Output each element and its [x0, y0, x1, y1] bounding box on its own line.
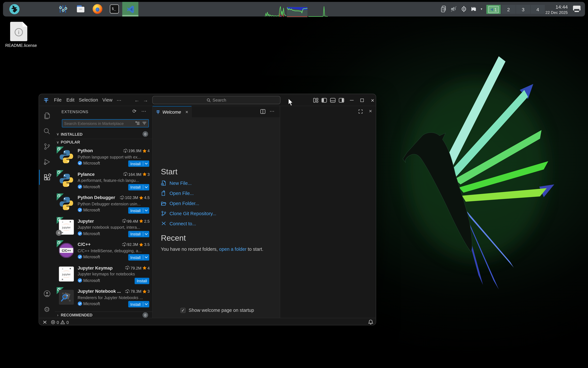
- firefox-launcher[interactable]: [92, 3, 103, 15]
- svg-text:jupyter: jupyter: [62, 273, 71, 276]
- install-button[interactable]: Install: [128, 184, 149, 190]
- tray-caret-down-icon[interactable]: ▾: [479, 5, 484, 13]
- nav-back-icon[interactable]: ←: [133, 97, 140, 103]
- extension-row-jupyter-keymap[interactable]: jupyter Jupyter Keymap 79.2M 4 Jupyter k…: [55, 263, 153, 286]
- install-button[interactable]: Install: [128, 160, 149, 167]
- extension-row-python[interactable]: Python 196.9M 4 Python language support …: [55, 146, 153, 169]
- titlebar[interactable]: File Edit Selection View ⋯ ← → Search: [39, 94, 376, 106]
- workspace-label: 1: [494, 7, 497, 12]
- tab-welcome[interactable]: Welcome ×: [153, 106, 192, 117]
- filter-icon[interactable]: [141, 121, 148, 126]
- notifications-bell-icon[interactable]: [368, 319, 373, 325]
- refresh-icon[interactable]: ⟳: [132, 108, 137, 114]
- workspace-1[interactable]: 1: [486, 5, 501, 14]
- verified-publisher-icon: [78, 301, 82, 306]
- workspace-3[interactable]: 3: [516, 5, 530, 14]
- menu-view[interactable]: View: [100, 94, 115, 106]
- install-dropdown-icon[interactable]: [143, 163, 149, 165]
- start-open-file[interactable]: Open File...: [161, 190, 194, 196]
- settings-gear-icon[interactable]: ⚙: [39, 302, 55, 317]
- star-icon: [139, 219, 143, 223]
- mouse-cursor: [288, 98, 293, 107]
- start-clone-git-repository[interactable]: Clone Git Repository...: [161, 211, 216, 216]
- parrot-menu-button[interactable]: [9, 3, 20, 15]
- brightness-tray-icon[interactable]: [460, 5, 468, 13]
- extensions-sidebar: EXTENSIONS ⟳ ⋯ ∨ INSTALLED 0 ∨: [55, 106, 153, 318]
- workspace-4[interactable]: 4: [531, 5, 545, 14]
- accounts-icon[interactable]: [39, 286, 55, 301]
- file-manager-launcher[interactable]: [75, 3, 86, 15]
- start-new-file[interactable]: New File...: [161, 180, 192, 186]
- toggle-primary-sidebar-icon[interactable]: [321, 97, 327, 103]
- extension-row-cpp[interactable]: C/C++ C/C++ 92.3M 3.5 C/C++ IntelliSense…: [55, 239, 153, 263]
- extension-row-jupyter-notebook-renderers[interactable]: Jupyter Notebook ... 78.3M 3 Renderers f…: [55, 286, 153, 310]
- start-connect-to[interactable]: Connect to...: [161, 221, 196, 226]
- split-editor-icon[interactable]: [260, 109, 265, 114]
- document-icon: i: [10, 22, 28, 41]
- download-count-icon: [122, 219, 126, 223]
- install-button[interactable]: Install: [134, 277, 149, 284]
- audio-muted-tray-icon[interactable]: [450, 5, 458, 13]
- section-popular[interactable]: ∨ POPULAR: [55, 139, 153, 145]
- nav-forward-icon[interactable]: →: [142, 97, 149, 103]
- extensions-icon[interactable]: [39, 170, 55, 185]
- extension-row-python-debugger[interactable]: Python Debugger 102.3M 4.5 Python Debugg…: [55, 193, 153, 216]
- section-recommended[interactable]: › RECOMMENDED 0: [55, 312, 153, 318]
- welcome-page: Start New File... Open File...: [153, 117, 280, 318]
- install-dropdown-icon[interactable]: [143, 303, 149, 305]
- start-open-folder[interactable]: Open Folder...: [161, 201, 199, 206]
- views-more-icon[interactable]: ⋯: [141, 108, 146, 114]
- explorer-icon[interactable]: [39, 108, 55, 123]
- problems-indicator[interactable]: 0 0: [51, 320, 69, 325]
- extensions-search-input[interactable]: [62, 121, 134, 126]
- download-count-icon: [123, 148, 127, 153]
- open-a-folder-link[interactable]: open a folder: [219, 247, 246, 252]
- remote-indicator-icon[interactable]: [42, 320, 47, 325]
- cpu-graph[interactable]: [265, 5, 287, 18]
- close-panel-icon[interactable]: ×: [369, 108, 372, 114]
- install-button[interactable]: Install: [128, 254, 149, 261]
- install-dropdown-icon[interactable]: [143, 210, 149, 211]
- menu-edit[interactable]: Edit: [64, 94, 77, 106]
- network-tray-icon[interactable]: [469, 5, 478, 13]
- install-dropdown-icon[interactable]: [143, 186, 149, 188]
- editor-more-icon[interactable]: ⋯: [270, 108, 275, 114]
- close-button[interactable]: ×: [369, 97, 376, 104]
- focus-view-icon[interactable]: [358, 109, 363, 114]
- customize-layout-icon[interactable]: [312, 97, 319, 103]
- workspace-2[interactable]: 2: [501, 5, 516, 14]
- run-debug-icon[interactable]: [39, 155, 55, 169]
- toggle-panel-icon[interactable]: [330, 97, 336, 103]
- menu-selection[interactable]: Selection: [76, 94, 101, 106]
- taskbar: $_: [3, 2, 585, 17]
- install-button[interactable]: Install: [128, 207, 149, 214]
- menu-file[interactable]: File: [51, 94, 64, 106]
- tab-close-icon[interactable]: ×: [185, 109, 188, 115]
- settings-sliders-launcher[interactable]: [57, 3, 69, 15]
- network-graph[interactable]: [308, 5, 328, 18]
- secondary-sidebar: ×: [280, 106, 376, 318]
- memory-graph[interactable]: [287, 5, 308, 18]
- clipboard-tray-icon[interactable]: [440, 5, 448, 13]
- install-button[interactable]: Install: [128, 301, 149, 307]
- clock[interactable]: 14:44 22 Dec 2025: [545, 4, 568, 15]
- checkbox-checked[interactable]: ✓: [180, 308, 186, 313]
- display-tray-icon[interactable]: [572, 5, 581, 13]
- section-installed[interactable]: ∨ INSTALLED 0: [55, 131, 153, 137]
- maximize-button[interactable]: [358, 97, 366, 104]
- command-center-search[interactable]: Search: [152, 96, 280, 104]
- source-control-icon[interactable]: [39, 139, 55, 154]
- install-dropdown-icon[interactable]: [143, 233, 149, 235]
- clear-search-icon[interactable]: [134, 121, 141, 126]
- desktop-file-readme-license[interactable]: i README.license: [5, 22, 32, 47]
- toggle-secondary-sidebar-icon[interactable]: [338, 97, 345, 103]
- vscode-launcher-active[interactable]: [122, 2, 138, 17]
- terminal-launcher[interactable]: $_: [109, 3, 120, 15]
- search-sidebar-icon[interactable]: [39, 124, 55, 139]
- extension-row-jupyter[interactable]: jupyter 4 Jupyter 99.4M 2.5 Jupyter note…: [55, 216, 153, 239]
- extension-row-pylance[interactable]: Pylance 164.9M 3 A performant, feature-r…: [55, 169, 153, 193]
- install-dropdown-icon[interactable]: [143, 256, 149, 258]
- install-button[interactable]: Install: [128, 231, 149, 237]
- menu-more-icon[interactable]: ⋯: [114, 94, 124, 106]
- minimize-button[interactable]: [348, 97, 355, 104]
